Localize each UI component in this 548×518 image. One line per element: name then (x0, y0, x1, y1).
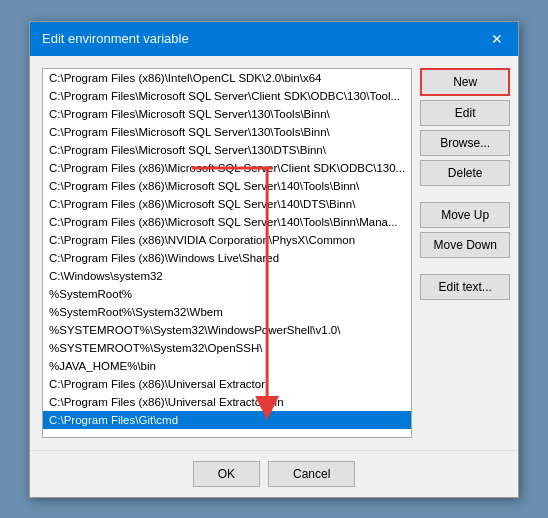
edit-button[interactable]: Edit (420, 100, 510, 126)
list-item[interactable]: C:\Program Files (x86)\Microsoft SQL Ser… (43, 159, 411, 177)
ok-button[interactable]: OK (193, 461, 260, 487)
cancel-button[interactable]: Cancel (268, 461, 355, 487)
list-item[interactable]: C:\Program Files (x86)\Intel\OpenCL SDK\… (43, 69, 411, 87)
list-item[interactable]: C:\Windows\system32 (43, 267, 411, 285)
close-button[interactable]: ✕ (488, 30, 506, 48)
list-item[interactable]: C:\Program Files\Microsoft SQL Server\13… (43, 105, 411, 123)
list-item[interactable]: %SystemRoot%\System32\Wbem (43, 303, 411, 321)
edit-text-button[interactable]: Edit text... (420, 274, 510, 300)
list-item[interactable]: C:\Program Files (x86)\Microsoft SQL Ser… (43, 213, 411, 231)
list-item[interactable]: C:\Program Files\Microsoft SQL Server\Cl… (43, 87, 411, 105)
list-item[interactable]: C:\Program Files\Microsoft SQL Server\13… (43, 141, 411, 159)
list-item[interactable]: C:\Program Files (x86)\Microsoft SQL Ser… (43, 177, 411, 195)
list-item[interactable]: C:\Program Files (x86)\Microsoft SQL Ser… (43, 195, 411, 213)
new-button[interactable]: New (420, 68, 510, 96)
list-wrapper: C:\Program Files (x86)\Intel\OpenCL SDK\… (42, 68, 412, 438)
dialog-body: C:\Program Files (x86)\Intel\OpenCL SDK\… (30, 56, 518, 450)
delete-button[interactable]: Delete (420, 160, 510, 186)
list-item[interactable]: %SystemRoot% (43, 285, 411, 303)
browse-button[interactable]: Browse... (420, 130, 510, 156)
edit-env-dialog: Edit environment variable ✕ C:\Program F… (29, 21, 519, 498)
list-item[interactable]: %JAVA_HOME%\bin (43, 357, 411, 375)
list-item[interactable]: C:\Program Files (x86)\Universal Extract… (43, 375, 411, 393)
move-down-button[interactable]: Move Down (420, 232, 510, 258)
dialog-footer: OK Cancel (30, 450, 518, 497)
title-bar: Edit environment variable ✕ (30, 22, 518, 56)
list-item[interactable]: C:\Program Files\Microsoft SQL Server\13… (43, 123, 411, 141)
dialog-title: Edit environment variable (42, 31, 189, 46)
list-item[interactable]: %SYSTEMROOT%\System32\OpenSSH\ (43, 339, 411, 357)
list-item[interactable]: C:\Program Files (x86)\Universal Extract… (43, 393, 411, 411)
list-item[interactable]: C:\Program Files (x86)\Windows Live\Shar… (43, 249, 411, 267)
spacer-2 (420, 262, 510, 270)
buttons-column: New Edit Browse... Delete Move Up Move D… (420, 68, 510, 438)
list-item[interactable]: C:\Program Files\Git\cmd (43, 411, 411, 429)
list-item[interactable]: %SYSTEMROOT%\System32\WindowsPowerShell\… (43, 321, 411, 339)
move-up-button[interactable]: Move Up (420, 202, 510, 228)
spacer-1 (420, 190, 510, 198)
list-item[interactable]: C:\Program Files (x86)\NVIDIA Corporatio… (43, 231, 411, 249)
env-list[interactable]: C:\Program Files (x86)\Intel\OpenCL SDK\… (42, 68, 412, 438)
